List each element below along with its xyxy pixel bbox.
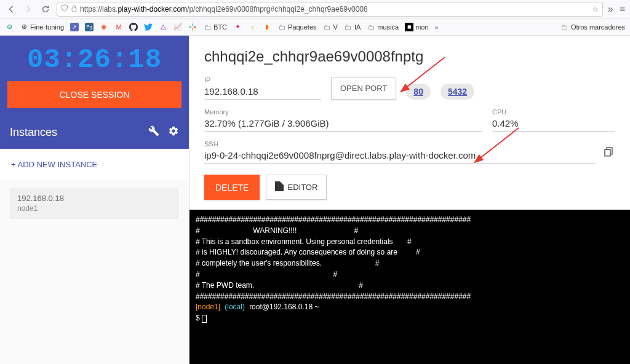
pg-icon: Pg [85,23,94,31]
add-instance-button[interactable]: + ADD NEW INSTANCE [0,149,189,180]
wrench-icon[interactable] [148,125,159,139]
openai-icon: ⊚ [5,23,14,31]
back-button[interactable] [5,3,17,15]
bookmarks-bar: ⊚ ⊛Fine-tuning ↗ Pg ◉ M △ 📈 🗀BTC ✦ ♀ ◗ 🗀… [0,18,630,36]
url-bar[interactable]: https://labs.play-with-docker.com/p/chhq… [57,2,603,17]
slack-icon [188,23,197,31]
instance-panel: chhqqi2e_chhqr9ae69v0008fnptg IP 192.168… [189,36,630,210]
memory-value: 32.70% (1.277GiB / 3.906GiB) [204,118,482,132]
chevron-double-right-icon[interactable]: » [608,4,613,15]
session-timer: 03:26:18 [0,36,189,81]
port-link-80[interactable]: 80 [406,84,431,100]
twitter-icon [144,23,153,31]
sidebar: 03:26:18 CLOSE SESSION Instances + ADD N… [0,36,189,364]
generic-icon: ✦ [233,23,242,31]
cpu-label: CPU [492,108,615,116]
port-link-5432[interactable]: 5432 [441,84,474,100]
instances-title: Instances [10,126,57,139]
bookmark-item[interactable] [129,23,138,31]
file-icon [275,181,284,193]
ext-icon: ↗ [70,23,79,31]
instance-name: node1 [17,204,172,213]
bookmark-item[interactable]: Pg [85,23,94,31]
folder-icon: 🗀 [344,23,353,31]
generic-icon: ◗ [263,23,271,31]
forward-button[interactable] [22,3,34,15]
bookmark-item[interactable]: △ [159,23,167,31]
svg-rect-1 [192,23,193,26]
ssh-value: ip9-0-24-chhqqi2e69v0008fnprg@direct.lab… [204,150,596,164]
bookmark-item[interactable]: ⊚ [5,23,14,31]
ip-value: 192.168.0.18 [204,86,321,100]
openai-icon: ⊛ [20,23,28,31]
open-port-button[interactable]: OPEN PORT [331,77,396,100]
folder-icon: 🗀 [560,23,569,31]
folder-icon: 🗀 [367,23,375,31]
folder-icon: 🗀 [277,23,286,31]
bookmark-item[interactable]: ✦ [233,23,242,31]
svg-rect-3 [192,28,193,31]
instances-header: Instances [0,118,189,149]
lock-icon [71,5,78,14]
delete-button[interactable]: DELETE [204,175,260,200]
shield-icon [61,4,68,14]
github-icon [129,23,138,31]
bookmark-folder[interactable]: 🗀musica [367,23,399,31]
sidebar-header: 03:26:18 CLOSE SESSION Instances [0,36,189,149]
instance-ip: 192.168.0.18 [17,194,172,203]
bookmark-item[interactable]: 📈 [173,23,182,31]
reload-button[interactable] [39,3,52,15]
bookmark-item[interactable]: ◗ [263,23,271,31]
gmail-icon: M [114,23,123,31]
content-area: chhqqi2e_chhqr9ae69v0008fnptg IP 192.168… [189,36,630,364]
bookmark-item[interactable] [144,23,153,31]
bookmark-folder[interactable]: 🗀BTC [203,23,227,31]
bookmark-folder-otros[interactable]: 🗀Otros marcadores [560,23,625,31]
bookmark-item[interactable]: ♀ [248,23,257,31]
bookmark-folder[interactable]: 🗀Paquetes [277,23,316,31]
close-session-button[interactable]: CLOSE SESSION [7,81,181,108]
bookmark-item[interactable] [188,23,197,31]
terminal-cursor [202,315,207,323]
duckduckgo-icon: ◉ [100,23,108,31]
svg-rect-2 [189,26,192,28]
svg-rect-0 [72,7,76,11]
copy-ssh-button[interactable] [602,145,615,159]
bookmark-item[interactable]: ⊛Fine-tuning [20,23,64,31]
cpu-value: 0.42% [492,118,615,132]
triangle-icon: △ [159,23,167,31]
memory-label: Memory [204,108,482,116]
svg-rect-4 [194,26,197,28]
bookmark-folder[interactable]: 🗀IA [344,23,361,31]
gear-icon[interactable] [168,125,179,139]
ip-label: IP [204,76,321,84]
terminal[interactable]: ########################################… [189,210,630,364]
folder-icon: 🗀 [323,23,332,31]
ssh-label: SSH [204,140,596,148]
bookmark-item[interactable]: M [114,23,123,31]
chevron-double-right-icon[interactable]: » [435,23,439,31]
bookmark-item[interactable]: ◼mon [405,23,428,31]
bookmark-folder[interactable]: 🗀V [323,23,338,31]
bookmark-star-icon[interactable]: ☆ [592,5,599,14]
mon-icon: ◼ [405,23,413,31]
generic-icon: ♀ [248,23,257,31]
main-area: 03:26:18 CLOSE SESSION Instances + ADD N… [0,36,630,364]
instance-list-item[interactable]: 192.168.0.18 node1 [10,188,179,219]
bookmark-item[interactable]: ◉ [100,23,108,31]
browser-toolbar: https://labs.play-with-docker.com/p/chhq… [0,0,630,18]
editor-button[interactable]: EDITOR [266,175,327,200]
chart-icon: 📈 [173,23,182,31]
menu-icon[interactable]: ≡ [620,4,625,15]
url-text: https://labs.play-with-docker.com/p/chhq… [80,5,589,14]
bookmark-item[interactable]: ↗ [70,23,79,31]
instance-title: chhqqi2e_chhqr9ae69v0008fnptg [204,48,615,65]
folder-icon: 🗀 [203,23,212,31]
